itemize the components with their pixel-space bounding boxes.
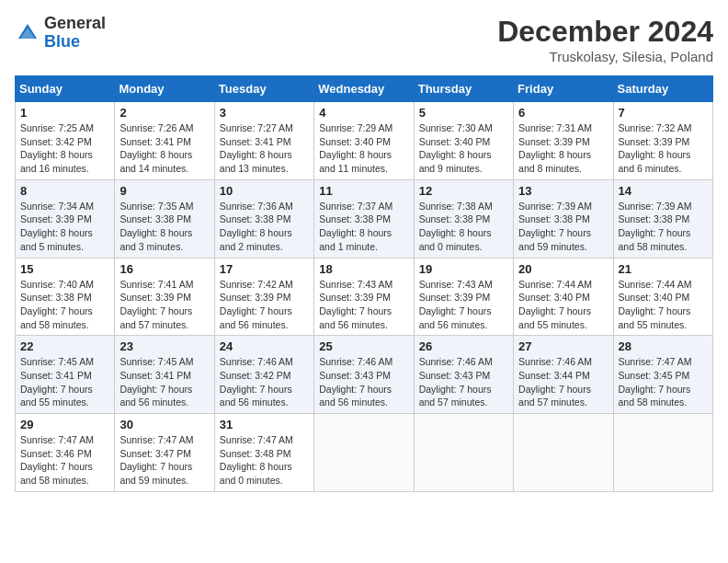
- day-info: Sunrise: 7:34 AMSunset: 3:39 PMDaylight:…: [20, 201, 94, 252]
- weekday-header: Tuesday: [214, 76, 313, 102]
- weekday-header: Sunday: [16, 76, 115, 102]
- day-number: 10: [220, 184, 309, 198]
- calendar-cell: 27 Sunrise: 7:46 AMSunset: 3:44 PMDaylig…: [514, 336, 613, 414]
- calendar-cell: 20 Sunrise: 7:44 AMSunset: 3:40 PMDaylig…: [514, 258, 613, 336]
- calendar-cell: [613, 414, 712, 492]
- calendar-cell: 12 Sunrise: 7:38 AMSunset: 3:38 PMDaylig…: [414, 179, 513, 258]
- title-block: December 2024 Truskolasy, Silesia, Polan…: [497, 15, 713, 64]
- calendar-cell: 22 Sunrise: 7:45 AMSunset: 3:41 PMDaylig…: [16, 336, 115, 414]
- day-number: 5: [419, 106, 508, 120]
- calendar-cell: 30 Sunrise: 7:47 AMSunset: 3:47 PMDaylig…: [115, 414, 214, 492]
- calendar-cell: 31 Sunrise: 7:47 AMSunset: 3:48 PMDaylig…: [214, 414, 313, 492]
- day-info: Sunrise: 7:38 AMSunset: 3:38 PMDaylight:…: [419, 201, 493, 252]
- calendar-cell: 8 Sunrise: 7:34 AMSunset: 3:39 PMDayligh…: [16, 179, 115, 258]
- calendar-cell: 16 Sunrise: 7:41 AMSunset: 3:39 PMDaylig…: [115, 258, 214, 336]
- day-number: 1: [20, 106, 109, 120]
- day-number: 11: [319, 184, 408, 198]
- day-number: 9: [119, 184, 209, 198]
- calendar-cell: 2 Sunrise: 7:26 AMSunset: 3:41 PMDayligh…: [115, 102, 214, 180]
- day-number: 4: [319, 106, 408, 120]
- day-info: Sunrise: 7:47 AMSunset: 3:45 PMDaylight:…: [619, 356, 692, 408]
- day-number: 3: [220, 106, 309, 120]
- calendar-cell: 6 Sunrise: 7:31 AMSunset: 3:39 PMDayligh…: [514, 102, 613, 180]
- calendar-cell: 19 Sunrise: 7:43 AMSunset: 3:39 PMDaylig…: [414, 258, 513, 336]
- day-number: 30: [119, 418, 209, 431]
- calendar-cell: 26 Sunrise: 7:46 AMSunset: 3:43 PMDaylig…: [414, 336, 513, 414]
- month-title: December 2024: [497, 15, 713, 49]
- calendar-week-row: 29 Sunrise: 7:47 AMSunset: 3:46 PMDaylig…: [16, 414, 713, 492]
- day-info: Sunrise: 7:31 AMSunset: 3:39 PMDaylight:…: [518, 122, 592, 174]
- calendar-cell: 29 Sunrise: 7:47 AMSunset: 3:46 PMDaylig…: [16, 414, 115, 492]
- day-info: Sunrise: 7:39 AMSunset: 3:38 PMDaylight:…: [518, 201, 592, 252]
- day-info: Sunrise: 7:35 AMSunset: 3:38 PMDaylight:…: [119, 201, 193, 252]
- day-info: Sunrise: 7:25 AMSunset: 3:42 PMDaylight:…: [20, 122, 94, 174]
- day-info: Sunrise: 7:30 AMSunset: 3:40 PMDaylight:…: [419, 122, 493, 174]
- day-info: Sunrise: 7:41 AMSunset: 3:39 PMDaylight:…: [119, 279, 193, 330]
- calendar-cell: 9 Sunrise: 7:35 AMSunset: 3:38 PMDayligh…: [115, 179, 214, 258]
- day-number: 27: [518, 339, 608, 353]
- day-info: Sunrise: 7:29 AMSunset: 3:40 PMDaylight:…: [319, 122, 392, 174]
- day-info: Sunrise: 7:47 AMSunset: 3:46 PMDaylight:…: [20, 434, 94, 486]
- calendar-cell: [314, 414, 414, 492]
- day-number: 24: [220, 339, 309, 353]
- day-number: 31: [220, 418, 309, 431]
- day-info: Sunrise: 7:39 AMSunset: 3:38 PMDaylight:…: [619, 201, 692, 252]
- day-number: 7: [619, 106, 708, 120]
- day-info: Sunrise: 7:43 AMSunset: 3:39 PMDaylight:…: [419, 279, 493, 330]
- day-number: 28: [619, 339, 708, 353]
- day-info: Sunrise: 7:46 AMSunset: 3:42 PMDaylight:…: [220, 356, 293, 408]
- day-info: Sunrise: 7:47 AMSunset: 3:48 PMDaylight:…: [220, 434, 293, 486]
- logo: General Blue: [15, 15, 106, 52]
- day-info: Sunrise: 7:43 AMSunset: 3:39 PMDaylight:…: [319, 279, 392, 330]
- logo-icon: [15, 20, 40, 46]
- calendar-cell: 11 Sunrise: 7:37 AMSunset: 3:38 PMDaylig…: [314, 179, 414, 258]
- day-info: Sunrise: 7:27 AMSunset: 3:41 PMDaylight:…: [220, 122, 293, 174]
- calendar-cell: 14 Sunrise: 7:39 AMSunset: 3:38 PMDaylig…: [613, 179, 712, 258]
- day-info: Sunrise: 7:36 AMSunset: 3:38 PMDaylight:…: [220, 201, 293, 252]
- calendar-table: SundayMondayTuesdayWednesdayThursdayFrid…: [15, 75, 713, 492]
- day-info: Sunrise: 7:32 AMSunset: 3:39 PMDaylight:…: [619, 122, 692, 174]
- calendar-cell: 7 Sunrise: 7:32 AMSunset: 3:39 PMDayligh…: [613, 102, 712, 180]
- calendar-header-row: SundayMondayTuesdayWednesdayThursdayFrid…: [16, 76, 713, 102]
- day-info: Sunrise: 7:40 AMSunset: 3:38 PMDaylight:…: [20, 279, 94, 330]
- day-number: 14: [619, 184, 708, 198]
- calendar-cell: 5 Sunrise: 7:30 AMSunset: 3:40 PMDayligh…: [414, 102, 513, 180]
- day-number: 29: [20, 418, 109, 431]
- calendar-cell: 28 Sunrise: 7:47 AMSunset: 3:45 PMDaylig…: [613, 336, 712, 414]
- day-number: 23: [119, 339, 209, 353]
- day-number: 22: [20, 339, 109, 353]
- day-number: 6: [518, 106, 608, 120]
- calendar-cell: [514, 414, 613, 492]
- day-info: Sunrise: 7:37 AMSunset: 3:38 PMDaylight:…: [319, 201, 392, 252]
- day-info: Sunrise: 7:42 AMSunset: 3:39 PMDaylight:…: [220, 279, 293, 330]
- day-info: Sunrise: 7:45 AMSunset: 3:41 PMDaylight:…: [119, 356, 193, 408]
- day-info: Sunrise: 7:46 AMSunset: 3:44 PMDaylight:…: [518, 356, 592, 408]
- day-number: 21: [619, 262, 708, 276]
- calendar-week-row: 1 Sunrise: 7:25 AMSunset: 3:42 PMDayligh…: [16, 102, 713, 180]
- calendar-cell: 21 Sunrise: 7:44 AMSunset: 3:40 PMDaylig…: [613, 258, 712, 336]
- calendar-week-row: 8 Sunrise: 7:34 AMSunset: 3:39 PMDayligh…: [16, 179, 713, 258]
- calendar-cell: [414, 414, 513, 492]
- calendar-cell: 4 Sunrise: 7:29 AMSunset: 3:40 PMDayligh…: [314, 102, 414, 180]
- day-number: 16: [119, 262, 209, 276]
- calendar-cell: 3 Sunrise: 7:27 AMSunset: 3:41 PMDayligh…: [214, 102, 313, 180]
- day-info: Sunrise: 7:44 AMSunset: 3:40 PMDaylight:…: [619, 279, 692, 330]
- weekday-header: Thursday: [414, 76, 513, 102]
- day-info: Sunrise: 7:45 AMSunset: 3:41 PMDaylight:…: [20, 356, 94, 408]
- location-title: Truskolasy, Silesia, Poland: [497, 49, 713, 64]
- logo-blue: Blue: [44, 33, 106, 52]
- calendar-cell: 23 Sunrise: 7:45 AMSunset: 3:41 PMDaylig…: [115, 336, 214, 414]
- day-info: Sunrise: 7:46 AMSunset: 3:43 PMDaylight:…: [419, 356, 493, 408]
- day-info: Sunrise: 7:26 AMSunset: 3:41 PMDaylight:…: [119, 122, 193, 174]
- day-number: 18: [319, 262, 408, 276]
- weekday-header: Saturday: [613, 76, 712, 102]
- day-number: 17: [220, 262, 309, 276]
- day-number: 8: [20, 184, 109, 198]
- day-info: Sunrise: 7:46 AMSunset: 3:43 PMDaylight:…: [319, 356, 392, 408]
- day-number: 25: [319, 339, 408, 353]
- logo-general: General: [44, 15, 106, 33]
- day-number: 15: [20, 262, 109, 276]
- day-number: 19: [419, 262, 508, 276]
- calendar-cell: 24 Sunrise: 7:46 AMSunset: 3:42 PMDaylig…: [214, 336, 313, 414]
- day-number: 2: [119, 106, 209, 120]
